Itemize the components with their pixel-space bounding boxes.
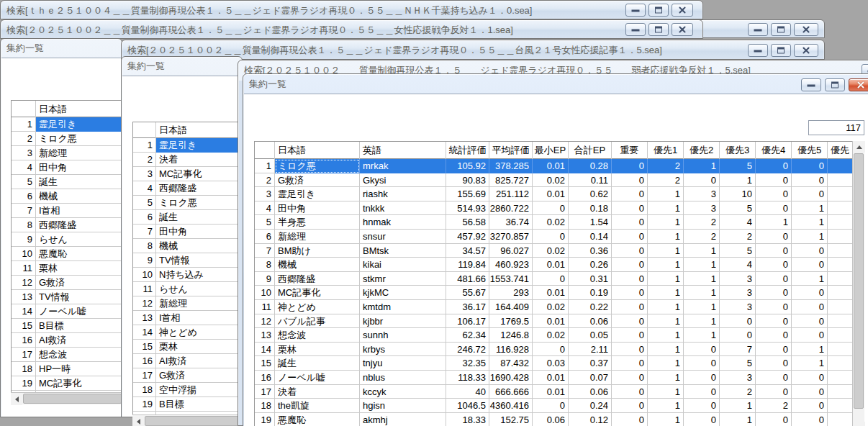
table-row[interactable]: 1ミロク悪mrkak105.92378.2850.010.28021500 — [255, 159, 853, 173]
titlebar[interactable]: 集約一覧 — [1, 39, 122, 58]
table-row[interactable]: 3MC記事化 — [133, 167, 243, 181]
table-row[interactable]: 15誕生tnjyu32.3587.4320.030.37010501 — [255, 356, 853, 371]
column-header[interactable]: 優先2 — [684, 142, 720, 159]
scrollbar-thumb[interactable] — [145, 416, 242, 426]
table-row[interactable]: 8機械kikai119.84460.9230.010.26011400 — [255, 258, 853, 272]
table-row[interactable]: 18空中浮揚 — [133, 383, 243, 397]
table-row[interactable]: 3霊足引きriashk155.69251.1120.010.620131000 — [255, 187, 853, 201]
close-button[interactable] — [794, 44, 818, 57]
table-row[interactable]: 11らせん — [133, 282, 243, 296]
scrollbar-thumb[interactable] — [854, 153, 864, 409]
scroll-down-button[interactable] — [853, 422, 865, 426]
table-row[interactable]: 11神とどめkmtdm36.17164.4090.020.22011300 — [255, 300, 853, 314]
table-row[interactable]: 16ノーベル嘘nblus118.331690.4280.010.07010300 — [255, 371, 853, 385]
table-row[interactable]: 2決着 — [133, 153, 243, 167]
table-row[interactable]: 10MC記事化kjkMC55.672930.010.19011300 — [255, 286, 853, 300]
close-button[interactable] — [672, 23, 693, 36]
table-row[interactable]: 2G救済Gkysi90.83825.7270.020.11020100 — [255, 173, 853, 188]
table-row[interactable]: 8西郷隆盛 — [12, 218, 122, 232]
table-row[interactable]: 8機械 — [133, 239, 243, 253]
column-header[interactable]: 優先1 — [648, 142, 684, 159]
titlebar[interactable]: 集約一覧 — [122, 57, 242, 76]
table-row[interactable]: 19悪魔恥akmhj18.33152.750.060.12010100 — [255, 413, 853, 426]
minimize-button[interactable] — [625, 23, 646, 36]
table-row[interactable]: 4田中角tnkkk514.932860.72200.18013501 — [255, 201, 853, 216]
table-row[interactable]: 19MC記事化 — [12, 376, 122, 391]
table-row[interactable]: 7I首相 — [12, 204, 122, 218]
minimize-button[interactable] — [801, 78, 821, 91]
horizontal-scrollbar[interactable] — [132, 414, 242, 426]
maximize-button[interactable] — [771, 44, 791, 57]
table-row[interactable]: 9西郷隆盛stkmr481.661553.74100.31011301 — [255, 272, 853, 286]
table-row[interactable]: 14ノーベル嘘 — [12, 304, 122, 319]
horizontal-scrollbar[interactable] — [11, 392, 122, 404]
minimize-button[interactable] — [625, 4, 646, 17]
table-row[interactable]: 13TV情報 — [12, 290, 122, 304]
column-header[interactable]: 統計評価 — [446, 142, 489, 159]
scroll-left-button[interactable] — [11, 393, 22, 405]
table-row[interactable]: 6誕生 — [133, 210, 243, 225]
column-header[interactable]: 英語 — [360, 142, 446, 159]
scroll-left-button[interactable] — [132, 415, 144, 426]
column-header[interactable]: 優先 — [828, 142, 853, 159]
table-row[interactable]: 17想念波 — [12, 348, 122, 362]
close-button[interactable] — [672, 4, 693, 17]
maximize-button[interactable] — [648, 4, 669, 17]
table-row[interactable]: 9TV情報 — [133, 253, 243, 268]
table-row[interactable]: 5半身悪hnmak56.5836.740.021.54012411 — [255, 215, 853, 230]
table-row[interactable]: 4西郷隆盛 — [133, 181, 243, 196]
column-header[interactable]: 平均評価 — [489, 142, 533, 159]
table-row[interactable]: 7BM助けBMtsk34.5796.0270.020.36011500 — [255, 244, 853, 258]
vertical-scrollbar[interactable] — [852, 141, 864, 426]
table-row[interactable]: 14栗林krbys246.72116.92802.11010701 — [255, 343, 853, 357]
table-row[interactable]: 17G救済 — [133, 368, 243, 383]
table-row[interactable]: 19B目標 — [133, 397, 243, 412]
titlebar[interactable]: 検索[ｔｈｅ２５１００４＿＿質量制御再現公表１．５＿＿ジェド霊界ラジオ再現０．５… — [1, 1, 702, 20]
table-row[interactable]: 10N持ち込み — [133, 268, 243, 282]
table-row[interactable]: 13想念波sunnh62.341246.80.020.05011000 — [255, 328, 853, 343]
table-row[interactable]: 16AI救済 — [12, 333, 122, 348]
table-row[interactable]: 5誕生 — [12, 175, 122, 189]
scroll-up-button[interactable] — [853, 141, 865, 153]
table-row[interactable]: 2ミロク悪 — [12, 132, 122, 146]
column-header[interactable]: 優先3 — [720, 142, 756, 159]
table-row[interactable]: 1霊足引き — [12, 117, 122, 132]
maximize-button[interactable] — [825, 78, 845, 91]
column-header[interactable]: 優先5 — [792, 142, 828, 159]
titlebar[interactable]: 検索[２０２５１００２＿＿質量制御再現公表１．５＿＿ジェド霊界ラジオ再現０．５５… — [1, 20, 702, 40]
table-row[interactable]: 7田中角 — [133, 225, 243, 239]
column-header[interactable]: 最小EP — [533, 142, 569, 159]
table-row[interactable]: 6新総理snsur457.923270.85700.14012201 — [255, 230, 853, 244]
table-row[interactable]: 12G救済 — [12, 276, 122, 290]
table-row[interactable]: 18HP一時 — [12, 362, 122, 376]
table-row[interactable]: 6機械 — [12, 189, 122, 204]
maximize-button[interactable] — [771, 23, 791, 36]
column-header[interactable]: 日本語 — [275, 142, 360, 159]
table-row[interactable]: 15B目標 — [12, 319, 122, 333]
column-header[interactable]: 重要 — [612, 142, 648, 159]
table-row[interactable]: 11栗林 — [12, 261, 122, 276]
table-row[interactable]: 17決着kccyk40666.6660.010.06010200 — [255, 385, 853, 399]
table-row[interactable]: 14神とどめ — [133, 325, 243, 340]
table-row[interactable]: 16AI救済 — [133, 354, 243, 368]
close-button[interactable] — [849, 78, 868, 91]
column-header[interactable]: 日本語 — [36, 101, 122, 117]
table-row[interactable]: 9らせん — [12, 232, 122, 247]
minimize-button[interactable] — [748, 23, 768, 36]
table-row[interactable]: 15栗林 — [133, 340, 243, 354]
table-row[interactable]: 13I首相 — [133, 311, 243, 325]
table-row[interactable]: 5ミロク悪 — [133, 196, 243, 210]
table-row[interactable]: 12新総理 — [133, 296, 243, 311]
minimize-button[interactable] — [748, 44, 768, 57]
column-header[interactable]: 日本語 — [156, 122, 243, 138]
table-row[interactable]: 4田中角 — [12, 160, 122, 175]
maximize-button[interactable] — [648, 23, 669, 36]
scrollbar-thumb[interactable] — [23, 394, 122, 404]
column-header[interactable]: 合計EP — [569, 142, 612, 159]
table-row[interactable]: 10悪魔恥 — [12, 247, 122, 261]
count-field[interactable]: 117 — [808, 120, 864, 135]
table-row[interactable]: 12バブル記事kjbbr106.171769.50.010.06011000 — [255, 314, 853, 329]
table-row[interactable]: 18the凱旋hgisn1046.54360.41600.24010120 — [255, 399, 853, 413]
titlebar[interactable]: 集約一覧 — [243, 74, 868, 94]
table-row[interactable]: 3新総理 — [12, 146, 122, 160]
